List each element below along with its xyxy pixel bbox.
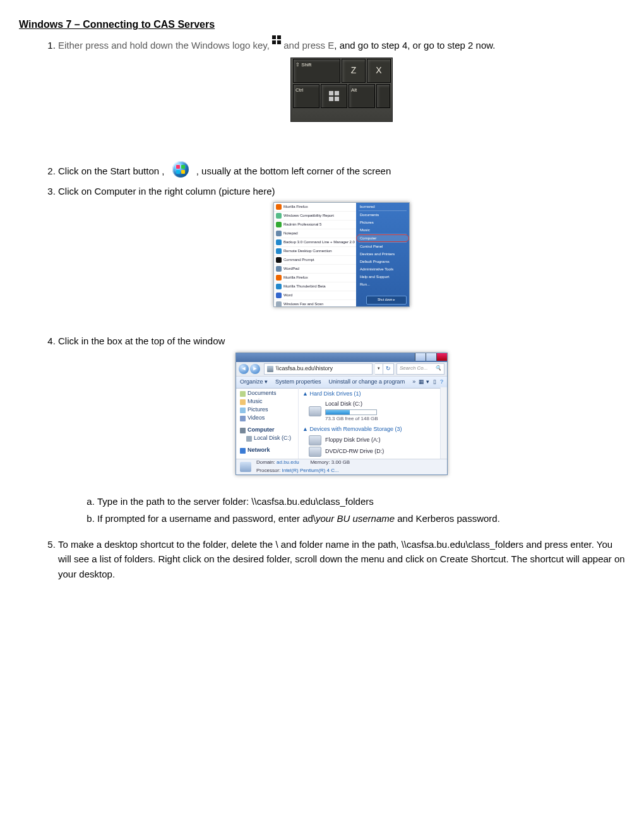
- navpane-computer[interactable]: Computer: [240, 426, 297, 435]
- dvd-label: DVD/CD-RW Drive (D:): [325, 447, 384, 456]
- step-4a-pre: Type in the path to the server folder:: [97, 496, 251, 507]
- disk-usage-bar: [325, 409, 377, 415]
- computer-label: Computer: [247, 426, 275, 435]
- start-menu-item-label: Word: [283, 293, 292, 298]
- app-icon: [276, 239, 282, 245]
- start-menu-left-pane: Mozilla FirefoxWindows Compatibility Rep…: [274, 203, 356, 306]
- back-button[interactable]: ◄: [239, 364, 249, 374]
- domain-value: ad.bu.edu: [277, 459, 299, 465]
- start-menu-item[interactable]: Command Prompt: [274, 256, 356, 265]
- key-windows: [321, 84, 347, 108]
- start-menu-right-item[interactable]: Music: [356, 226, 409, 234]
- step-4b-pre: If prompted for a username and password,…: [97, 513, 316, 524]
- shutdown-button[interactable]: Shut down ▸: [366, 296, 407, 305]
- refresh-button[interactable]: ↻: [383, 363, 394, 375]
- maximize-button[interactable]: [426, 353, 436, 361]
- removable-group-header[interactable]: ▲ Devices with Removable Storage (3): [302, 425, 443, 434]
- start-menu-item-label: Windows Compatibility Report: [283, 213, 334, 219]
- memory-value: 3.00 GB: [331, 459, 350, 465]
- view-button[interactable]: ▦ ▾: [419, 378, 429, 387]
- start-menu-item[interactable]: Mozilla Thunderbird Beta: [274, 282, 356, 291]
- start-menu-item[interactable]: Windows Fax and Scan: [274, 300, 356, 306]
- start-menu-item[interactable]: Notepad: [274, 229, 356, 238]
- app-icon: [276, 284, 282, 289]
- start-menu-right-item[interactable]: Pictures: [356, 219, 409, 226]
- system-properties-button[interactable]: System properties: [275, 378, 321, 387]
- explorer-search[interactable]: Search Co... 🔍: [397, 363, 444, 375]
- dvd-drive[interactable]: DVD/CD-RW Drive (D:): [309, 447, 443, 457]
- dvd-icon: [309, 447, 321, 457]
- uninstall-button[interactable]: Uninstall or change a program: [329, 378, 405, 387]
- keyboard-photo: ⇧ Shift Z X Ctrl Alt: [58, 57, 625, 126]
- minimize-button[interactable]: [415, 353, 426, 361]
- navpane-library[interactable]: Music: [240, 398, 297, 406]
- library-label: Documents: [247, 389, 277, 398]
- app-icon: [276, 231, 282, 236]
- start-menu-computer[interactable]: Computer: [356, 234, 409, 242]
- address-dropdown[interactable]: ▾: [375, 363, 383, 375]
- memory-label: Memory:: [310, 459, 330, 465]
- step-1-text-c: , and go to step 4, or go to step 2 now.: [334, 40, 495, 51]
- explorer-content: ▲ Hard Disk Drives (1) Local Disk (C:) 7…: [299, 387, 447, 459]
- search-placeholder-text: Search Co...: [400, 365, 427, 372]
- start-menu-item[interactable]: Remote Desktop Connection: [274, 247, 356, 256]
- start-menu-right-pane: burnsredDocumentsPicturesMusicComputerCo…: [356, 203, 409, 306]
- start-menu-right-item[interactable]: Control Panel: [356, 243, 409, 250]
- library-icon: [240, 416, 246, 421]
- navpane-library[interactable]: Documents: [240, 390, 297, 398]
- start-menu-item[interactable]: Mozilla Firefox: [274, 274, 356, 282]
- address-bar[interactable]: \\casfsa.bu.edu\history: [264, 363, 373, 375]
- start-menu-right-item[interactable]: Administrative Tools: [356, 265, 409, 273]
- start-menu-item-label: WordPad: [283, 266, 299, 272]
- step-2-text-b: , usually at the bottom left corner of t…: [196, 166, 391, 176]
- start-menu-item[interactable]: Mozilla Firefox: [274, 203, 356, 212]
- start-menu-item[interactable]: Windows Compatibility Report: [274, 212, 356, 221]
- start-menu-right-item[interactable]: Run...: [356, 281, 409, 288]
- step-1: Either press and hold down the Windows l…: [58, 38, 625, 126]
- floppy-drive[interactable]: Floppy Disk Drive (A:): [309, 435, 443, 445]
- key-alt: Alt: [349, 84, 375, 108]
- app-icon: [276, 204, 282, 210]
- start-menu-item[interactable]: Word: [274, 291, 356, 300]
- step-4-text: Click in the box at the top of the windo…: [58, 335, 225, 346]
- app-icon: [276, 275, 282, 281]
- navpane-library[interactable]: Pictures: [240, 406, 297, 414]
- preview-pane-button[interactable]: ▯: [433, 378, 436, 387]
- start-menu-right-item[interactable]: Documents: [356, 211, 409, 219]
- explorer-screenshot: ◄ ► \\casfsa.bu.edu\history ▾ ↻ Search C…: [58, 353, 625, 475]
- toolbar-more[interactable]: »: [412, 378, 415, 387]
- step-4b: If prompted for a username and password,…: [97, 511, 625, 526]
- navpane-library[interactable]: Videos: [240, 414, 297, 423]
- step-4a: Type in the path to the server folder: \…: [97, 494, 625, 509]
- organize-button[interactable]: Organize ▾: [240, 378, 268, 387]
- library-label: Music: [247, 397, 263, 406]
- forward-button[interactable]: ►: [250, 364, 260, 374]
- hdd-group-header[interactable]: ▲ Hard Disk Drives (1): [302, 390, 443, 399]
- start-menu-right-item[interactable]: Default Programs: [356, 258, 409, 265]
- start-menu-item[interactable]: Radmin Professional 5: [274, 221, 356, 229]
- start-menu-item[interactable]: Backup 3.0 Command Line + Manager 2.0: [274, 238, 356, 247]
- disk-free-text: 73.3 GB free of 148 GB: [325, 415, 378, 423]
- library-icon: [240, 391, 246, 397]
- navpane-network[interactable]: Network: [240, 447, 297, 455]
- start-menu-right-item[interactable]: burnsred: [356, 203, 409, 210]
- step-2-text-a: Click on the Start button ,: [58, 166, 167, 176]
- processor-value: Intel(R) Pentium(R) 4 C...: [282, 468, 338, 473]
- navpane-local-disk[interactable]: Local Disk (C:): [240, 435, 297, 443]
- start-menu-right-item[interactable]: Devices and Printers: [356, 250, 409, 258]
- library-icon: [240, 408, 246, 413]
- start-menu-right-item[interactable]: Help and Support: [356, 273, 409, 281]
- key-edge: [376, 84, 390, 108]
- step-1-text-b: and press E: [283, 40, 334, 51]
- step-3-text: Click on Computer in the right column (p…: [58, 186, 275, 196]
- step-1-text-a: Either press and hold down the Windows l…: [58, 40, 272, 51]
- floppy-icon: [309, 435, 321, 445]
- start-menu-item[interactable]: WordPad: [274, 265, 356, 274]
- scrollbar[interactable]: [440, 387, 447, 459]
- search-icon: 🔍: [435, 365, 441, 372]
- help-button[interactable]: ?: [440, 378, 443, 387]
- local-disk-c[interactable]: Local Disk (C:) 73.3 GB free of 148 GB: [309, 400, 443, 423]
- close-button[interactable]: [436, 353, 447, 361]
- step-4b-ital: your BU username: [316, 513, 395, 524]
- library-label: Videos: [247, 414, 265, 423]
